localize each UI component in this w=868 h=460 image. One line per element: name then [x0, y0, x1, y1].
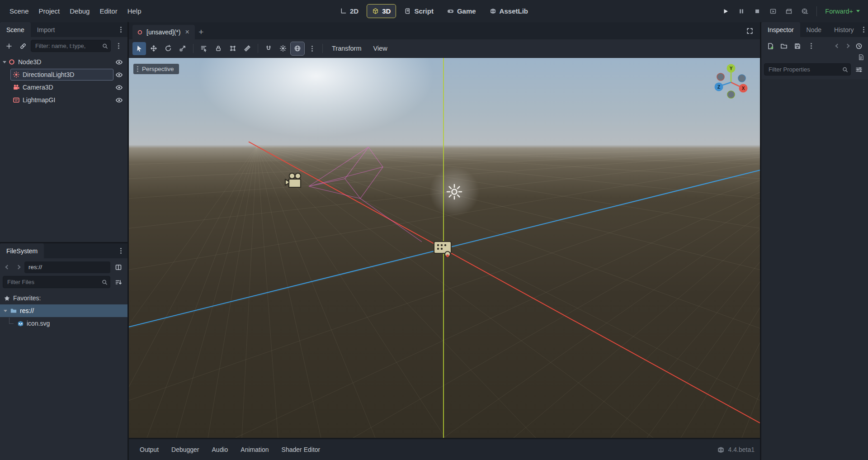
menu-editor[interactable]: Editor — [94, 4, 122, 18]
load-resource-button[interactable] — [778, 40, 790, 52]
menu-scene[interactable]: Scene — [5, 4, 34, 18]
snap-toggle-button[interactable] — [262, 42, 275, 55]
more-icon — [311, 48, 313, 49]
toggle-split-mode-button[interactable] — [112, 261, 125, 273]
tree-row-camera3d[interactable]: Camera3D — [0, 81, 127, 94]
visibility-eye-icon[interactable] — [113, 69, 125, 80]
file-sort-button[interactable] — [112, 276, 125, 288]
version-label: 4.4.beta1 — [728, 446, 755, 453]
tab-history[interactable]: History — [828, 22, 860, 37]
menu-project[interactable]: Project — [34, 4, 65, 18]
godot-logo-icon — [717, 446, 725, 454]
favorites-row[interactable]: Favorites: — [0, 292, 127, 304]
move-tool-button[interactable] — [147, 42, 160, 55]
main-menus: Scene Project Debug Editor Help — [5, 4, 146, 18]
3d-viewport[interactable]: Perspective — [129, 58, 760, 438]
tab-node[interactable]: Node — [800, 22, 828, 37]
toolbar-separator — [322, 44, 323, 53]
renderer-selector[interactable]: Forward+ — [821, 6, 863, 17]
workspace-switcher: 2D 3D Script Game — [335, 5, 533, 18]
new-scene-tab-button[interactable]: + — [195, 25, 208, 39]
movie-maker-button[interactable] — [797, 5, 812, 18]
filesystem-dock-menu-button[interactable] — [115, 243, 127, 258]
lightmapgi-gizmo-icon[interactable] — [433, 240, 453, 259]
open-docs-icon[interactable] — [858, 54, 864, 61]
history-back-button[interactable] — [833, 41, 842, 52]
visibility-eye-icon[interactable] — [113, 57, 125, 67]
tree-row-directionallight3d[interactable]: DirectionalLight3D — [0, 68, 127, 81]
select-tool-button[interactable] — [132, 42, 146, 55]
preview-environment-button[interactable] — [291, 42, 304, 55]
distraction-free-button[interactable] — [743, 24, 756, 38]
2d-icon — [340, 8, 347, 14]
perspective-menu[interactable]: Perspective — [133, 64, 179, 74]
nav-forward-button[interactable] — [14, 262, 23, 273]
debugger-panel-button[interactable]: Debugger — [166, 443, 205, 456]
tab-filesystem[interactable]: FileSystem — [0, 243, 44, 258]
play-scene-button[interactable] — [766, 5, 780, 18]
nav-back-button[interactable] — [3, 262, 12, 273]
workspace-3d-button[interactable]: 3D — [367, 5, 396, 18]
lock-node-button[interactable] — [212, 42, 225, 55]
rotate-tool-button[interactable] — [161, 42, 175, 55]
visibility-eye-icon[interactable] — [113, 95, 125, 105]
property-display-options-button[interactable] — [853, 63, 865, 76]
play-custom-scene-button[interactable] — [782, 5, 796, 18]
visibility-eye-icon[interactable] — [113, 82, 125, 93]
add-node-button[interactable] — [3, 40, 15, 52]
scene-tree-menu-button[interactable] — [112, 40, 125, 52]
inspector-dock-menu-button[interactable] — [860, 22, 867, 37]
expander-icon[interactable] — [3, 61, 6, 63]
scene-filter-input[interactable] — [31, 40, 111, 52]
scene-dock-menu-button[interactable] — [115, 22, 127, 37]
center-column: [unsaved](*) × + — [129, 22, 760, 460]
animation-panel-button[interactable]: Animation — [235, 443, 274, 456]
tree-row-node3d[interactable]: Node3D — [0, 56, 127, 68]
tab-scene[interactable]: Scene — [0, 22, 31, 37]
scale-tool-button[interactable] — [176, 42, 189, 55]
group-nodes-button[interactable] — [226, 42, 240, 55]
axis-gizmo[interactable]: Y X Z — [709, 62, 753, 105]
transform-menu[interactable]: Transform — [326, 42, 367, 55]
workspace-game-button[interactable]: Game — [442, 5, 481, 18]
perspective-label: Perspective — [142, 66, 174, 72]
selectable-nodes-list-button[interactable] — [197, 42, 211, 55]
directionallight3d-gizmo-icon[interactable] — [445, 183, 463, 201]
history-forward-button[interactable] — [843, 41, 852, 52]
menu-help[interactable]: Help — [123, 4, 146, 18]
close-icon[interactable]: × — [184, 28, 190, 36]
ruler-tool-button[interactable] — [241, 42, 254, 55]
search-icon — [101, 279, 108, 285]
tree-row-lightmapgi[interactable]: LightmapGI — [0, 94, 127, 106]
camera3d-gizmo-icon[interactable] — [284, 172, 305, 191]
resource-options-button[interactable] — [805, 40, 817, 52]
tab-inspector[interactable]: Inspector — [761, 22, 800, 37]
expander-icon[interactable] — [4, 310, 7, 312]
view-menu[interactable]: View — [368, 42, 393, 55]
workspace-script-button[interactable]: Script — [399, 5, 439, 18]
viewport-toolbar: Transform View — [129, 39, 760, 58]
new-resource-button[interactable] — [764, 40, 777, 52]
current-path[interactable]: res:// — [24, 261, 110, 273]
menu-debug[interactable]: Debug — [65, 4, 94, 18]
stop-button[interactable] — [750, 5, 764, 18]
icon-svg-row[interactable]: icon.svg — [0, 317, 127, 330]
workspace-2d-button[interactable]: 2D — [335, 5, 363, 18]
instantiate-scene-button[interactable] — [17, 40, 29, 52]
preview-sunlight-button[interactable] — [276, 42, 290, 55]
workspace-assetlib-button[interactable]: AssetLib — [485, 5, 533, 18]
pause-button[interactable] — [734, 5, 749, 18]
filter-files-input[interactable] — [3, 276, 110, 288]
scene-tab-unsaved[interactable]: [unsaved](*) × — [132, 25, 195, 39]
shader-editor-panel-button[interactable]: Shader Editor — [276, 443, 326, 456]
object-history-button[interactable] — [853, 40, 865, 52]
output-panel-button[interactable]: Output — [134, 443, 164, 456]
res-folder-row[interactable]: res:// — [0, 304, 127, 317]
audio-panel-button[interactable]: Audio — [207, 443, 234, 456]
filter-properties-input[interactable] — [764, 63, 851, 76]
tab-import[interactable]: Import — [31, 22, 61, 37]
viewport-more-options-button[interactable] — [305, 42, 319, 55]
camera3d-icon — [13, 84, 20, 91]
play-button[interactable] — [718, 5, 733, 18]
save-resource-button[interactable] — [791, 40, 804, 52]
